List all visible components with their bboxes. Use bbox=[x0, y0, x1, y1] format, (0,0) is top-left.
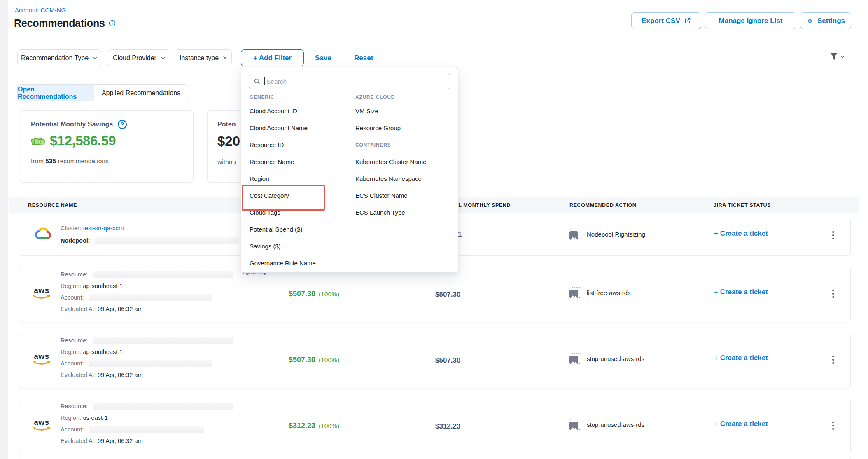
filter-option-kubernetes-namespace[interactable]: Kubernetes Namespace bbox=[355, 175, 422, 182]
region-label: Region: bbox=[61, 415, 81, 421]
redacted-resource-value bbox=[93, 271, 233, 278]
filter-chip-recommendation-type[interactable]: Recommendation Type bbox=[17, 49, 101, 66]
export-csv-button[interactable]: Export CSV bbox=[631, 12, 701, 29]
row-menu-button[interactable] bbox=[830, 353, 837, 366]
cluster-name-link[interactable]: test-sri-qa-ccm bbox=[83, 225, 124, 232]
redacted-resource-value bbox=[93, 403, 233, 410]
table-row[interactable]: aws Resource: Region: us-east-1 Account:… bbox=[20, 399, 851, 454]
evaluated-value: 09 Apr, 06:32 am bbox=[98, 306, 143, 312]
settings-button[interactable]: Settings bbox=[800, 12, 851, 29]
chip-label: Instance type bbox=[180, 54, 219, 62]
account-label: Account: bbox=[61, 426, 84, 433]
nodepool-label: Nodepool: bbox=[61, 237, 90, 244]
table-row[interactable]: aws Resource: Region: ap-southeast-1 Acc… bbox=[20, 333, 851, 388]
tab-applied-recommendations[interactable]: Applied Recommendations bbox=[94, 85, 188, 101]
filter-chip-cloud-provider[interactable]: Cloud Provider bbox=[108, 49, 170, 66]
evaluated-value: 09 Apr, 06:32 am bbox=[98, 438, 143, 444]
account-label: Account: bbox=[61, 294, 84, 301]
resource-line: Resource: bbox=[61, 337, 233, 344]
settings-label: Settings bbox=[817, 17, 845, 25]
aws-wordmark: aws bbox=[34, 418, 49, 426]
create-ticket-link[interactable]: + Create a ticket bbox=[714, 354, 768, 362]
filter-option-region[interactable]: Region bbox=[250, 175, 269, 182]
dropdown-search bbox=[249, 74, 450, 89]
row-menu-button[interactable] bbox=[830, 419, 837, 432]
filter-option-savings[interactable]: Savings ($) bbox=[250, 243, 281, 250]
savings-amount-row: $12,586.59 bbox=[31, 133, 116, 149]
row-menu-button[interactable] bbox=[830, 229, 837, 242]
action-label: stop-unused-aws-rds bbox=[587, 355, 644, 362]
close-icon[interactable]: × bbox=[223, 54, 227, 61]
create-ticket-link[interactable]: + Create a ticket bbox=[714, 230, 768, 238]
action-label: Nodepool Rightsizing bbox=[587, 231, 645, 238]
savings-value: $312.23 bbox=[289, 422, 315, 430]
total-spend-value: $507.30 bbox=[435, 356, 460, 365]
savings-subtitle-prefix: from bbox=[31, 157, 44, 164]
redacted-nodepool-value bbox=[95, 237, 239, 244]
filter-option-resource-id[interactable]: Resource ID bbox=[250, 141, 284, 148]
chevron-down-icon bbox=[840, 55, 845, 58]
search-input[interactable] bbox=[249, 74, 450, 89]
savings-percent: (100%) bbox=[319, 290, 339, 298]
help-icon[interactable]: ? bbox=[118, 120, 127, 129]
filter-option-ecs-cluster-name[interactable]: ECS Cluster Name bbox=[355, 192, 408, 199]
manage-ignore-list-label: Manage Ignore List bbox=[719, 17, 783, 25]
evaluated-line: Evaluated At: 09 Apr, 06:32 am bbox=[61, 437, 143, 445]
total-spend-value: $507.30 bbox=[435, 290, 460, 299]
evaluated-line: Evaluated At: 09 Apr, 06:32 am bbox=[61, 305, 143, 313]
region-label: Region: bbox=[61, 283, 81, 289]
aws-wordmark: aws bbox=[34, 352, 49, 360]
create-ticket-link[interactable]: + Create a ticket bbox=[714, 420, 768, 428]
left-margin-strip bbox=[0, 0, 8, 459]
aws-icon: aws bbox=[31, 286, 52, 300]
spend-card-subtitle-partial: withou bbox=[217, 158, 236, 166]
manage-ignore-list-button[interactable]: Manage Ignore List bbox=[705, 12, 796, 29]
breadcrumb[interactable]: Account: CCM-NG bbox=[15, 7, 66, 14]
cluster-label: Cluster: bbox=[61, 225, 81, 232]
tab-open-recommendations[interactable]: Open Recommendations bbox=[18, 85, 94, 101]
banknotes-icon bbox=[31, 136, 46, 146]
savings-value: $507.30 bbox=[289, 290, 315, 298]
evaluated-value: 09 Apr, 06:32 am bbox=[98, 372, 143, 378]
image-placeholder-icon bbox=[570, 287, 582, 298]
chevron-down-icon bbox=[161, 56, 166, 59]
savings-value: $507.30 bbox=[289, 356, 315, 364]
savings-card-header: Potential Monthly Savings ? bbox=[31, 120, 127, 129]
region-line: Region: ap-southeast-1 bbox=[61, 348, 123, 356]
save-filter-link[interactable]: Save bbox=[315, 54, 331, 62]
filter-option-resource-group[interactable]: Resource Group bbox=[355, 124, 401, 131]
add-filter-button[interactable]: + Add Filter bbox=[241, 49, 304, 66]
filter-option-governance-rule-name[interactable]: Governance Rule Name bbox=[250, 260, 316, 267]
filter-option-cloud-account-id[interactable]: Cloud Account ID bbox=[250, 108, 297, 115]
gcp-cloud-icon bbox=[34, 227, 52, 242]
info-icon[interactable] bbox=[109, 20, 116, 27]
filter-panel-toggle[interactable] bbox=[829, 52, 845, 61]
action-label: list-free-aws-rds bbox=[587, 289, 631, 296]
create-ticket-link[interactable]: + Create a ticket bbox=[714, 288, 768, 296]
next-row-peek bbox=[20, 457, 851, 459]
filter-option-vm-size[interactable]: VM Size bbox=[355, 108, 378, 115]
reset-filter-link[interactable]: Reset bbox=[354, 54, 373, 62]
image-placeholder-icon bbox=[570, 353, 582, 364]
row-menu-button[interactable] bbox=[830, 287, 837, 300]
column-resource-name: RESOURCE NAME bbox=[28, 202, 77, 208]
monthly-savings-cell: $507.30 (100%) bbox=[289, 290, 339, 298]
filter-option-ecs-launch-type[interactable]: ECS Launch Type bbox=[355, 209, 405, 216]
resource-line: Resource: bbox=[61, 271, 233, 278]
region-value: ap-southeast-1 bbox=[83, 349, 123, 355]
redacted-account-value bbox=[89, 360, 212, 367]
filter-option-kubernetes-cluster-name[interactable]: Kubernetes Cluster Name bbox=[355, 158, 427, 165]
redacted-account-value bbox=[89, 426, 204, 433]
evaluated-line: Evaluated At: 09 Apr, 06:32 am bbox=[61, 371, 143, 379]
region-line: Region: ap-southeast-1 bbox=[61, 282, 123, 290]
account-line: Account: bbox=[61, 360, 212, 367]
filter-option-potential-spend[interactable]: Potential Spend ($) bbox=[250, 226, 302, 233]
filter-chip-instance-type[interactable]: Instance type × bbox=[175, 49, 232, 66]
recommended-action: stop-unused-aws-rds bbox=[570, 419, 644, 430]
evaluated-label: Evaluated At: bbox=[61, 306, 96, 312]
add-filter-dropdown: GENERIC Cloud Account ID Cloud Account N… bbox=[241, 67, 458, 273]
table-row[interactable]: aws lightwing Resource: Region: ap-south… bbox=[20, 267, 851, 322]
filter-option-resource-name[interactable]: Resource Name bbox=[250, 158, 294, 165]
filter-option-cloud-account-name[interactable]: Cloud Account Name bbox=[250, 124, 308, 131]
savings-amount: $12,586.59 bbox=[50, 133, 116, 149]
